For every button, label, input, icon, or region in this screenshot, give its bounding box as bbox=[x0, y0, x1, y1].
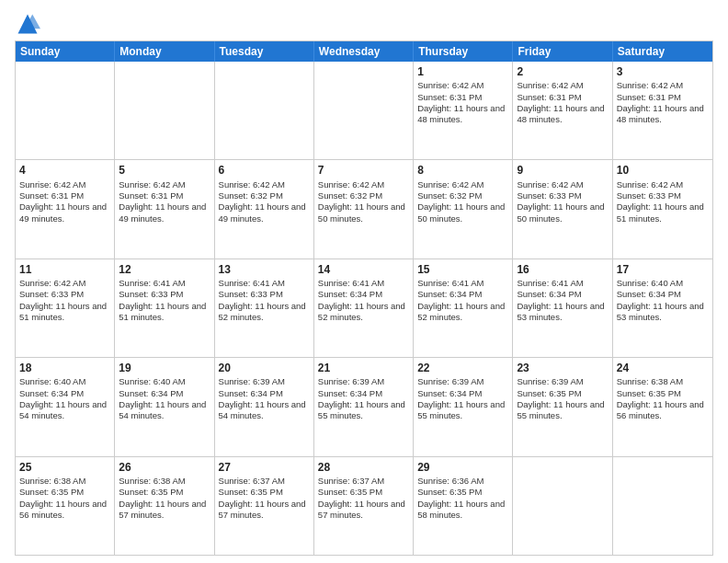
day-info: Sunrise: 6:38 AM Sunset: 6:35 PM Dayligh… bbox=[617, 376, 709, 421]
day-number: 18 bbox=[19, 361, 110, 375]
cal-cell: 17Sunrise: 6:40 AM Sunset: 6:34 PM Dayli… bbox=[613, 259, 712, 357]
cal-cell: 20Sunrise: 6:39 AM Sunset: 6:34 PM Dayli… bbox=[215, 358, 314, 455]
cal-header-sunday: Sunday bbox=[16, 41, 115, 62]
day-number: 26 bbox=[119, 460, 210, 475]
day-info: Sunrise: 6:39 AM Sunset: 6:34 PM Dayligh… bbox=[318, 376, 409, 421]
day-info: Sunrise: 6:42 AM Sunset: 6:31 PM Dayligh… bbox=[417, 80, 508, 125]
day-info: Sunrise: 6:38 AM Sunset: 6:35 PM Dayligh… bbox=[119, 476, 210, 521]
day-number: 27 bbox=[219, 460, 310, 475]
cal-header-saturday: Saturday bbox=[613, 41, 712, 62]
day-info: Sunrise: 6:42 AM Sunset: 6:31 PM Dayligh… bbox=[19, 179, 110, 224]
cal-cell: 1Sunrise: 6:42 AM Sunset: 6:31 PM Daylig… bbox=[414, 62, 513, 159]
calendar-header-row: SundayMondayTuesdayWednesdayThursdayFrid… bbox=[16, 41, 712, 62]
day-number: 22 bbox=[417, 361, 508, 375]
day-number: 2 bbox=[517, 64, 608, 79]
day-number: 9 bbox=[517, 163, 608, 178]
cal-cell: 3Sunrise: 6:42 AM Sunset: 6:31 PM Daylig… bbox=[613, 62, 712, 159]
cal-week-4: 18Sunrise: 6:40 AM Sunset: 6:34 PM Dayli… bbox=[16, 357, 712, 455]
day-info: Sunrise: 6:40 AM Sunset: 6:34 PM Dayligh… bbox=[19, 376, 110, 421]
cal-week-1: 1Sunrise: 6:42 AM Sunset: 6:31 PM Daylig… bbox=[16, 62, 712, 159]
cal-cell: 14Sunrise: 6:41 AM Sunset: 6:34 PM Dayli… bbox=[314, 259, 414, 357]
cal-cell: 9Sunrise: 6:42 AM Sunset: 6:33 PM Daylig… bbox=[513, 160, 612, 258]
cal-cell: 13Sunrise: 6:41 AM Sunset: 6:33 PM Dayli… bbox=[215, 259, 314, 357]
calendar-body: 1Sunrise: 6:42 AM Sunset: 6:31 PM Daylig… bbox=[16, 62, 712, 555]
cal-cell bbox=[215, 62, 314, 159]
cal-cell: 29Sunrise: 6:36 AM Sunset: 6:35 PM Dayli… bbox=[414, 457, 513, 555]
day-info: Sunrise: 6:40 AM Sunset: 6:34 PM Dayligh… bbox=[119, 376, 210, 421]
cal-cell: 27Sunrise: 6:37 AM Sunset: 6:35 PM Dayli… bbox=[215, 457, 314, 555]
cal-cell: 11Sunrise: 6:42 AM Sunset: 6:33 PM Dayli… bbox=[16, 259, 115, 357]
cal-header-wednesday: Wednesday bbox=[314, 41, 414, 62]
day-info: Sunrise: 6:42 AM Sunset: 6:32 PM Dayligh… bbox=[417, 179, 508, 224]
day-number: 5 bbox=[119, 163, 210, 178]
cal-cell: 24Sunrise: 6:38 AM Sunset: 6:35 PM Dayli… bbox=[613, 358, 712, 455]
cal-cell: 5Sunrise: 6:42 AM Sunset: 6:31 PM Daylig… bbox=[115, 160, 214, 258]
day-number: 24 bbox=[617, 361, 709, 375]
calendar-page: SundayMondayTuesdayWednesdayThursdayFrid… bbox=[0, 0, 728, 563]
day-number: 23 bbox=[517, 361, 608, 375]
day-number: 10 bbox=[617, 163, 709, 178]
day-number: 11 bbox=[19, 262, 110, 277]
cal-cell: 2Sunrise: 6:42 AM Sunset: 6:31 PM Daylig… bbox=[513, 62, 612, 159]
cal-week-2: 4Sunrise: 6:42 AM Sunset: 6:31 PM Daylig… bbox=[16, 159, 712, 258]
day-info: Sunrise: 6:39 AM Sunset: 6:34 PM Dayligh… bbox=[219, 376, 310, 421]
day-info: Sunrise: 6:42 AM Sunset: 6:33 PM Dayligh… bbox=[617, 179, 709, 224]
day-info: Sunrise: 6:41 AM Sunset: 6:34 PM Dayligh… bbox=[517, 278, 608, 323]
cal-cell: 19Sunrise: 6:40 AM Sunset: 6:34 PM Dayli… bbox=[115, 358, 214, 455]
cal-cell: 23Sunrise: 6:39 AM Sunset: 6:35 PM Dayli… bbox=[513, 358, 612, 455]
day-number: 21 bbox=[318, 361, 409, 375]
day-number: 8 bbox=[417, 163, 508, 178]
day-info: Sunrise: 6:39 AM Sunset: 6:35 PM Dayligh… bbox=[517, 376, 608, 421]
cal-cell: 22Sunrise: 6:39 AM Sunset: 6:34 PM Dayli… bbox=[414, 358, 513, 455]
day-info: Sunrise: 6:42 AM Sunset: 6:33 PM Dayligh… bbox=[517, 179, 608, 224]
cal-cell bbox=[16, 62, 115, 159]
day-info: Sunrise: 6:41 AM Sunset: 6:33 PM Dayligh… bbox=[219, 278, 310, 323]
cal-cell: 4Sunrise: 6:42 AM Sunset: 6:31 PM Daylig… bbox=[16, 160, 115, 258]
cal-cell bbox=[314, 62, 414, 159]
day-info: Sunrise: 6:42 AM Sunset: 6:32 PM Dayligh… bbox=[318, 179, 409, 224]
day-number: 28 bbox=[318, 460, 409, 475]
cal-week-5: 25Sunrise: 6:38 AM Sunset: 6:35 PM Dayli… bbox=[16, 456, 712, 555]
cal-cell: 18Sunrise: 6:40 AM Sunset: 6:34 PM Dayli… bbox=[16, 358, 115, 455]
cal-cell bbox=[513, 457, 612, 555]
logo bbox=[15, 11, 44, 37]
day-info: Sunrise: 6:37 AM Sunset: 6:35 PM Dayligh… bbox=[318, 476, 409, 521]
day-number: 3 bbox=[617, 64, 709, 79]
cal-cell: 25Sunrise: 6:38 AM Sunset: 6:35 PM Dayli… bbox=[16, 457, 115, 555]
cal-cell bbox=[613, 457, 712, 555]
cal-header-friday: Friday bbox=[513, 41, 612, 62]
day-info: Sunrise: 6:40 AM Sunset: 6:34 PM Dayligh… bbox=[617, 278, 709, 323]
day-number: 20 bbox=[219, 361, 310, 375]
header bbox=[15, 11, 713, 37]
cal-cell: 10Sunrise: 6:42 AM Sunset: 6:33 PM Dayli… bbox=[613, 160, 712, 258]
day-number: 19 bbox=[119, 361, 210, 375]
day-info: Sunrise: 6:42 AM Sunset: 6:33 PM Dayligh… bbox=[19, 278, 110, 323]
cal-week-3: 11Sunrise: 6:42 AM Sunset: 6:33 PM Dayli… bbox=[16, 259, 712, 357]
day-number: 12 bbox=[119, 262, 210, 277]
day-number: 6 bbox=[219, 163, 310, 178]
cal-cell: 6Sunrise: 6:42 AM Sunset: 6:32 PM Daylig… bbox=[215, 160, 314, 258]
cal-header-monday: Monday bbox=[115, 41, 214, 62]
cal-cell: 28Sunrise: 6:37 AM Sunset: 6:35 PM Dayli… bbox=[314, 457, 414, 555]
cal-header-tuesday: Tuesday bbox=[215, 41, 314, 62]
day-info: Sunrise: 6:42 AM Sunset: 6:31 PM Dayligh… bbox=[517, 80, 608, 125]
day-number: 1 bbox=[417, 64, 508, 79]
cal-cell: 15Sunrise: 6:41 AM Sunset: 6:34 PM Dayli… bbox=[414, 259, 513, 357]
cal-cell: 16Sunrise: 6:41 AM Sunset: 6:34 PM Dayli… bbox=[513, 259, 612, 357]
day-info: Sunrise: 6:36 AM Sunset: 6:35 PM Dayligh… bbox=[417, 476, 508, 521]
day-info: Sunrise: 6:42 AM Sunset: 6:31 PM Dayligh… bbox=[617, 80, 709, 125]
day-info: Sunrise: 6:42 AM Sunset: 6:32 PM Dayligh… bbox=[219, 179, 310, 224]
day-number: 15 bbox=[417, 262, 508, 277]
calendar: SundayMondayTuesdayWednesdayThursdayFrid… bbox=[15, 40, 713, 556]
day-info: Sunrise: 6:41 AM Sunset: 6:33 PM Dayligh… bbox=[119, 278, 210, 323]
day-number: 13 bbox=[219, 262, 310, 277]
day-number: 17 bbox=[617, 262, 709, 277]
day-info: Sunrise: 6:41 AM Sunset: 6:34 PM Dayligh… bbox=[318, 278, 409, 323]
day-info: Sunrise: 6:38 AM Sunset: 6:35 PM Dayligh… bbox=[19, 476, 110, 521]
cal-cell: 7Sunrise: 6:42 AM Sunset: 6:32 PM Daylig… bbox=[314, 160, 414, 258]
day-info: Sunrise: 6:37 AM Sunset: 6:35 PM Dayligh… bbox=[219, 476, 310, 521]
cal-header-thursday: Thursday bbox=[414, 41, 513, 62]
day-number: 14 bbox=[318, 262, 409, 277]
cal-cell bbox=[115, 62, 214, 159]
cal-cell: 21Sunrise: 6:39 AM Sunset: 6:34 PM Dayli… bbox=[314, 358, 414, 455]
